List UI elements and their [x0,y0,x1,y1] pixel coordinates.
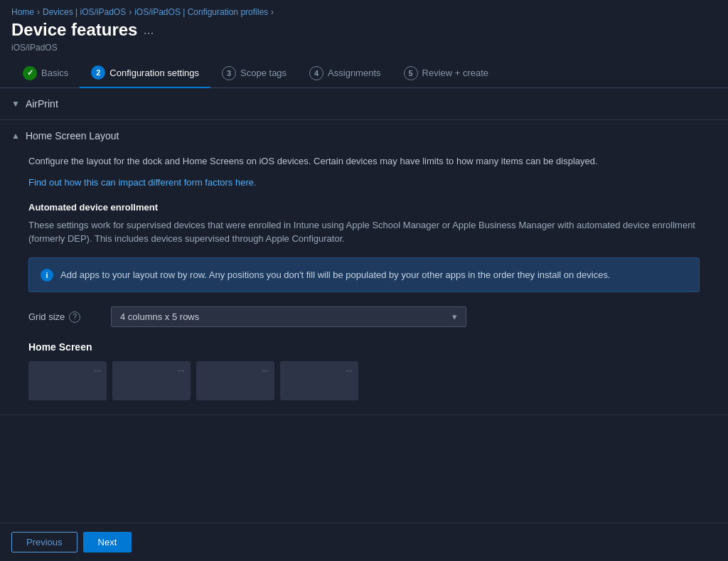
tabs-bar: ✓ Basics 2 Configuration settings 3 Scop… [0,58,728,88]
airprint-chevron-icon: ▼ [11,99,20,109]
info-box: i Add apps to your layout row by row. An… [28,257,700,293]
home-screen-grid-title: Home Screen [28,341,700,353]
breadcrumb: Home › Devices | iOS/iPadOS › iOS/iPadOS… [0,0,728,20]
grid-cell-dots-icon: ··· [346,365,353,375]
tab-configuration-badge: 2 [91,65,105,80]
page-header: Device features ... [0,20,728,43]
airprint-section: ▼ AirPrint [0,88,728,120]
grid-size-help-icon[interactable]: ? [69,311,80,323]
breadcrumb-profiles[interactable]: iOS/iPadOS | Configuration profiles [134,7,268,17]
tab-configuration[interactable]: 2 Configuration settings [80,58,210,88]
breadcrumb-devices[interactable]: Devices | iOS/iPadOS [43,7,126,17]
tab-scope-label: Scope tags [240,68,287,78]
grid-cell-dots-icon: ··· [178,365,185,375]
enrollment-title: Automated device enrollment [28,202,700,213]
home-screen-section: ▲ Home Screen Layout Configure the layou… [0,120,728,415]
tab-review-badge: 5 [404,66,418,80]
tab-review[interactable]: 5 Review + create [392,59,500,87]
page-more-button[interactable]: ... [143,23,154,38]
select-chevron-icon: ▾ [452,311,457,322]
airprint-section-header[interactable]: ▼ AirPrint [0,88,728,119]
grid-cell[interactable]: ··· [112,361,191,400]
tab-configuration-label: Configuration settings [109,68,199,78]
airprint-section-title: AirPrint [26,98,58,109]
tab-assignments[interactable]: 4 Assignments [298,59,392,87]
tab-review-label: Review + create [422,68,489,78]
footer-bar: Previous Next [0,523,728,561]
home-screen-learn-more-link[interactable]: Find out how this can impact different f… [28,177,700,188]
grid-size-select[interactable]: 4 columns x 5 rows ▾ [111,306,466,327]
grid-size-row: Grid size ? 4 columns x 5 rows ▾ [28,306,700,327]
grid-cell-dots-icon: ··· [94,365,101,375]
tab-scope[interactable]: 3 Scope tags [210,59,298,87]
grid-size-value: 4 columns x 5 rows [120,311,199,322]
tab-assignments-badge: 4 [309,66,323,80]
info-icon: i [41,269,53,282]
main-content: ▼ AirPrint ▲ Home Screen Layout Configur… [0,88,728,523]
grid-cell[interactable]: ··· [28,361,107,400]
tab-basics-label: Basics [41,68,68,78]
grid-size-label: Grid size ? [28,311,100,323]
home-screen-description: Configure the layout for the dock and Ho… [28,154,700,169]
home-screen-grid-preview: ··· ··· ··· ··· [28,361,700,400]
home-screen-section-body: Configure the layout for the dock and Ho… [0,151,728,415]
grid-cell[interactable]: ··· [280,361,358,400]
enrollment-description: These settings work for supervised devic… [28,218,700,246]
info-box-text: Add apps to your layout row by row. Any … [60,268,611,282]
page-title: Device features [11,20,137,40]
grid-cell-dots-icon: ··· [262,365,269,375]
next-button[interactable]: Next [83,532,132,552]
home-screen-section-header[interactable]: ▲ Home Screen Layout [0,120,728,151]
home-screen-chevron-icon: ▲ [11,131,20,141]
grid-cell[interactable]: ··· [196,361,274,400]
tab-basics-badge: ✓ [23,66,37,80]
tab-scope-badge: 3 [222,66,236,80]
home-screen-section-title: Home Screen Layout [26,130,119,141]
previous-button[interactable]: Previous [11,532,77,552]
breadcrumb-home[interactable]: Home [11,7,34,17]
tab-basics[interactable]: ✓ Basics [11,59,80,87]
page-subtitle: iOS/iPadOS [0,43,728,58]
tab-assignments-label: Assignments [328,68,380,78]
grid-size-label-text: Grid size [28,311,65,322]
